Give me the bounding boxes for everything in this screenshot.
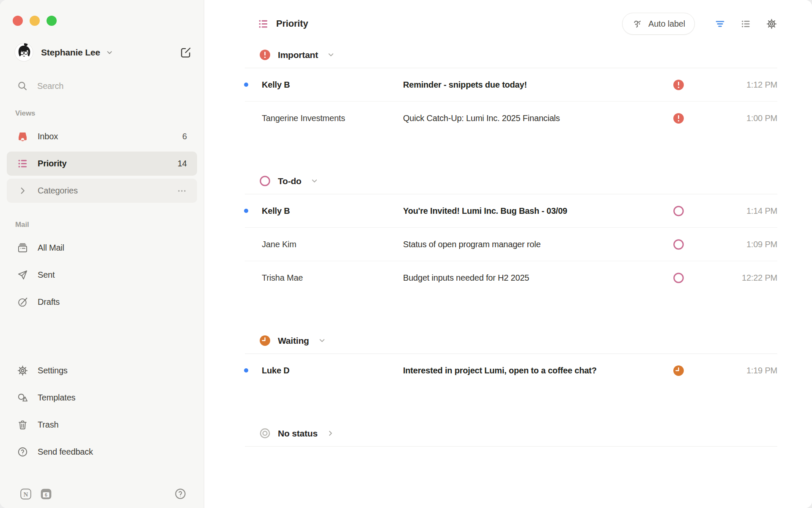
email-sender: Kelly B <box>262 206 403 216</box>
list-view-icon[interactable] <box>740 18 752 30</box>
sidebar-item-label: Sent <box>38 270 55 280</box>
email-row[interactable]: Trisha Mae Budget inputs needed for H2 2… <box>245 261 777 294</box>
sidebar-item-settings[interactable]: Settings <box>7 359 197 383</box>
email-row[interactable]: Tangerine Investments Quick Catch-Up: Lu… <box>245 102 777 135</box>
email-subject: Reminder - snippets due today! <box>403 80 673 90</box>
section-no-status: No status <box>245 428 777 447</box>
email-subject: Quick Catch-Up: Lumi Inc. 2025 Financial… <box>403 113 673 123</box>
calendar-icon[interactable]: 6 <box>40 488 52 500</box>
sidebar-nav: Views Inbox 6 Priority 14 Categories Mai… <box>0 91 204 317</box>
sidebar-item-label: Trash <box>38 420 58 430</box>
sidebar-item-label: Send feedback <box>38 447 93 457</box>
sent-icon <box>17 269 28 281</box>
email-subject: Status of open program manager role <box>403 240 673 249</box>
settings-gear-icon[interactable] <box>766 18 777 30</box>
sidebar-footer: Settings Templates Trash Send feedback <box>0 359 204 467</box>
search-placeholder: Search <box>37 81 63 91</box>
search-input[interactable]: Search <box>17 80 192 91</box>
section-header[interactable]: Waiting <box>245 335 777 353</box>
email-sender: Jane Kim <box>262 240 403 249</box>
account-switcher[interactable]: Stephanie Lee <box>14 43 192 62</box>
unread-dot <box>244 83 248 87</box>
email-subject: Budget inputs needed for H2 2025 <box>403 273 673 283</box>
svg-text:6: 6 <box>45 492 47 497</box>
close-button[interactable] <box>13 16 23 26</box>
todo-status-icon[interactable] <box>673 239 684 250</box>
page-title: Priority <box>276 18 308 29</box>
email-time: 1:19 PM <box>721 366 777 375</box>
todo-icon <box>259 175 271 187</box>
sidebar-item-label: Priority <box>38 159 66 168</box>
fullscreen-button[interactable] <box>47 16 57 26</box>
email-row[interactable]: Jane Kim Status of open program manager … <box>245 228 777 261</box>
user-name: Stephanie Lee <box>41 47 100 58</box>
all-mail-icon <box>17 242 28 254</box>
inbox-icon <box>17 131 28 142</box>
todo-status-icon[interactable] <box>673 272 684 284</box>
waiting-icon <box>259 335 271 346</box>
sidebar-item-templates[interactable]: Templates <box>7 386 197 410</box>
filter-icon[interactable] <box>714 18 726 30</box>
more-icon[interactable] <box>177 186 187 196</box>
email-time: 1:00 PM <box>721 113 777 123</box>
section-todo: To-do Kelly B You're Invited! Lumi Inc. … <box>245 175 777 294</box>
unread-count: 14 <box>178 159 187 168</box>
section-important: Important Kelly B Reminder - snippets du… <box>245 49 777 135</box>
unread-count: 6 <box>182 132 187 141</box>
compose-icon[interactable] <box>179 46 192 59</box>
sidebar-bottom-bar: N 6 <box>19 487 187 500</box>
help-icon[interactable] <box>174 487 187 500</box>
sidebar-item-drafts[interactable]: Drafts <box>7 290 197 314</box>
todo-status-icon[interactable] <box>673 205 684 217</box>
header-actions: Auto label <box>622 13 777 35</box>
sidebar-item-label: Settings <box>38 366 68 375</box>
section-label: No status <box>278 428 318 439</box>
sidebar-item-sent[interactable]: Sent <box>7 263 197 287</box>
priority-list-icon <box>258 18 269 30</box>
sidebar-item-trash[interactable]: Trash <box>7 413 197 437</box>
sidebar-item-all-mail[interactable]: All Mail <box>7 236 197 260</box>
sidebar-item-inbox[interactable]: Inbox 6 <box>7 124 197 149</box>
email-row[interactable]: Kelly B You're Invited! Lumi Inc. Bug Ba… <box>245 194 777 228</box>
email-list: Important Kelly B Reminder - snippets du… <box>245 49 777 447</box>
traffic-lights <box>0 0 204 26</box>
section-label: Important <box>278 50 318 60</box>
sidebar-item-send-feedback[interactable]: Send feedback <box>7 440 197 464</box>
sidebar-section: Views Inbox 6 Priority 14 Categories <box>0 109 204 203</box>
sidebar-item-label: All Mail <box>38 243 64 253</box>
auto-label-button[interactable]: Auto label <box>622 13 695 35</box>
email-subject: You're Invited! Lumi Inc. Bug Bash - 03/… <box>403 206 673 216</box>
search-icon <box>17 80 28 91</box>
svg-text:N: N <box>24 491 28 497</box>
email-row[interactable]: Kelly B Reminder - snippets due today! 1… <box>245 68 777 102</box>
email-sender: Kelly B <box>262 80 403 90</box>
sidebar-section-label: Views <box>15 109 204 118</box>
section-label: To-do <box>278 176 302 186</box>
section-waiting: Waiting Luke D Interested in project Lum… <box>245 335 777 387</box>
sidebar-item-priority[interactable]: Priority 14 <box>7 152 197 176</box>
priority-list-icon <box>17 158 28 169</box>
important-status-icon[interactable] <box>673 113 684 124</box>
section-header[interactable]: Important <box>245 49 777 68</box>
important-status-icon[interactable] <box>673 79 684 91</box>
no-status-icon <box>259 428 271 439</box>
email-row[interactable]: Luke D Interested in project Lumi, open … <box>245 354 777 387</box>
email-time: 12:22 PM <box>721 273 777 283</box>
auto-label-icon <box>632 18 643 30</box>
notion-logo-icon[interactable]: N <box>19 488 32 500</box>
view-header: Priority Auto label <box>204 0 812 35</box>
templates-icon <box>17 392 28 403</box>
email-subject: Interested in project Lumi, open to a co… <box>403 366 673 375</box>
email-sender: Trisha Mae <box>262 273 403 283</box>
trash-icon <box>17 419 28 431</box>
waiting-status-icon[interactable] <box>673 365 684 376</box>
email-sender: Luke D <box>262 366 403 375</box>
main-panel: Priority Auto label <box>204 0 812 508</box>
section-header[interactable]: No status <box>245 428 777 446</box>
sidebar-item-categories[interactable]: Categories <box>7 179 197 203</box>
minimize-button[interactable] <box>30 16 40 26</box>
section-header[interactable]: To-do <box>245 175 777 194</box>
sidebar-item-label: Categories <box>38 186 78 196</box>
unread-dot <box>244 209 248 213</box>
gear-icon <box>17 365 28 376</box>
